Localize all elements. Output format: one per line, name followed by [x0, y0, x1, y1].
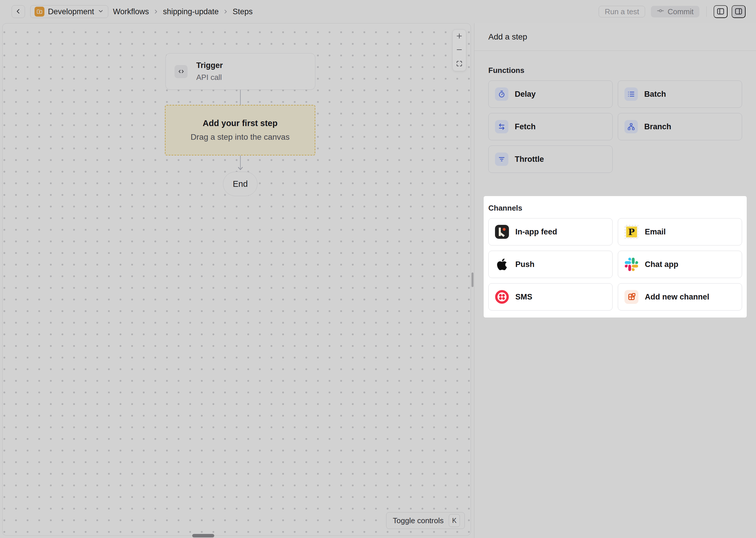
end-node[interactable]: End — [223, 172, 258, 196]
breadcrumb-steps[interactable]: Steps — [233, 7, 253, 16]
function-card-batch[interactable]: Batch — [618, 81, 742, 108]
breadcrumb-separator-icon — [153, 9, 159, 15]
plus-icon — [455, 32, 463, 41]
environment-label: Development — [48, 7, 94, 16]
channel-label: Push — [515, 260, 535, 269]
zoom-in-button[interactable] — [452, 29, 466, 43]
topbar: Development Workflows shipping-update St… — [0, 0, 756, 23]
knock-icon — [495, 225, 509, 239]
channel-card-push[interactable]: Push — [488, 251, 613, 278]
function-label: Branch — [644, 122, 671, 131]
channel-label: Add new channel — [645, 293, 709, 301]
toggle-controls-label: Toggle controls — [393, 516, 444, 525]
toggle-left-panel-button[interactable] — [714, 5, 728, 18]
chevron-down-icon — [98, 8, 104, 15]
topbar-divider — [706, 6, 707, 17]
run-a-test-button[interactable]: Run a test — [599, 6, 645, 18]
apple-icon — [495, 257, 509, 271]
git-commit-icon — [657, 7, 664, 17]
toggle-right-panel-button[interactable] — [732, 5, 745, 18]
environment-folder-icon — [34, 7, 44, 17]
fit-view-button[interactable] — [452, 57, 466, 71]
fetch-icon — [495, 120, 508, 133]
channels-section-spotlight: Channels In-app feed P Email — [484, 196, 747, 317]
channel-card-email[interactable]: P Email — [618, 218, 742, 245]
commit-label: Commit — [667, 7, 693, 16]
fit-view-icon — [455, 60, 463, 68]
topbar-actions: Run a test Commit — [599, 5, 745, 18]
function-label: Delay — [515, 90, 536, 99]
code-icon — [174, 65, 188, 78]
canvas-zoom-controls — [452, 29, 466, 71]
arrow-down-icon — [237, 166, 243, 172]
function-label: Fetch — [515, 122, 536, 131]
chevron-left-icon — [15, 8, 22, 16]
postmark-icon: P — [625, 225, 638, 239]
channel-card-add-new[interactable]: Add new channel — [618, 283, 742, 310]
channel-card-chat-app[interactable]: Chat app — [618, 251, 742, 278]
channel-label: Chat app — [645, 260, 679, 269]
end-label: End — [233, 179, 248, 189]
first-step-dropzone[interactable]: Add your first step Drag a step into the… — [165, 105, 315, 155]
zoom-out-button[interactable] — [452, 43, 466, 57]
channels-heading: Channels — [488, 204, 742, 212]
channel-card-sms[interactable]: SMS — [488, 283, 613, 310]
functions-heading: Functions — [488, 66, 742, 75]
back-button[interactable] — [12, 5, 25, 18]
breadcrumb-workflows[interactable]: Workflows — [113, 7, 149, 16]
trigger-subtitle: API call — [196, 73, 223, 82]
twilio-icon — [495, 290, 509, 304]
panel-header: Add a step — [474, 23, 756, 51]
trigger-title: Trigger — [196, 61, 223, 70]
delay-icon — [495, 87, 508, 101]
channel-label: In-app feed — [515, 228, 557, 237]
channel-card-in-app-feed[interactable]: In-app feed — [488, 218, 613, 245]
panel-right-icon — [734, 7, 743, 17]
trigger-node[interactable]: Trigger API call — [165, 53, 315, 90]
add-step-panel: Add a step Functions Delay Batch — [474, 23, 756, 538]
breadcrumb-workflow-name[interactable]: shipping-update — [163, 7, 218, 16]
commit-button[interactable]: Commit — [651, 6, 699, 18]
batch-icon — [625, 87, 638, 101]
channel-label: SMS — [515, 293, 533, 301]
panel-title: Add a step — [488, 32, 527, 41]
functions-section: Functions Delay Batch — [488, 66, 742, 173]
breadcrumb: Workflows shipping-update Steps — [113, 7, 253, 16]
edge-trigger-to-dropzone — [240, 90, 241, 105]
channel-label: Email — [645, 228, 666, 237]
keyboard-shortcut-badge: K — [449, 514, 460, 527]
function-label: Throttle — [515, 155, 544, 164]
workflow-canvas[interactable]: Trigger API call Add your first step Dra… — [2, 23, 471, 536]
branch-icon — [625, 120, 638, 133]
dropzone-title: Add your first step — [203, 119, 278, 128]
dropzone-subtitle: Drag a step into the canvas — [191, 133, 290, 142]
function-card-branch[interactable]: Branch — [618, 113, 742, 140]
throttle-icon — [495, 152, 508, 166]
horizontal-scrollbar[interactable] — [192, 534, 214, 537]
breadcrumb-separator-icon — [223, 9, 228, 15]
function-card-throttle[interactable]: Throttle — [488, 145, 613, 173]
minus-icon — [455, 46, 463, 54]
add-channel-icon — [625, 290, 638, 304]
function-label: Batch — [644, 90, 666, 99]
slack-icon — [625, 257, 638, 271]
function-card-fetch[interactable]: Fetch — [488, 113, 613, 140]
toggle-controls-button[interactable]: Toggle controls K — [386, 512, 465, 529]
vertical-scrollbar[interactable] — [471, 273, 474, 287]
function-card-delay[interactable]: Delay — [488, 81, 613, 108]
panel-left-icon — [716, 7, 725, 17]
environment-switcher[interactable]: Development — [30, 5, 108, 18]
